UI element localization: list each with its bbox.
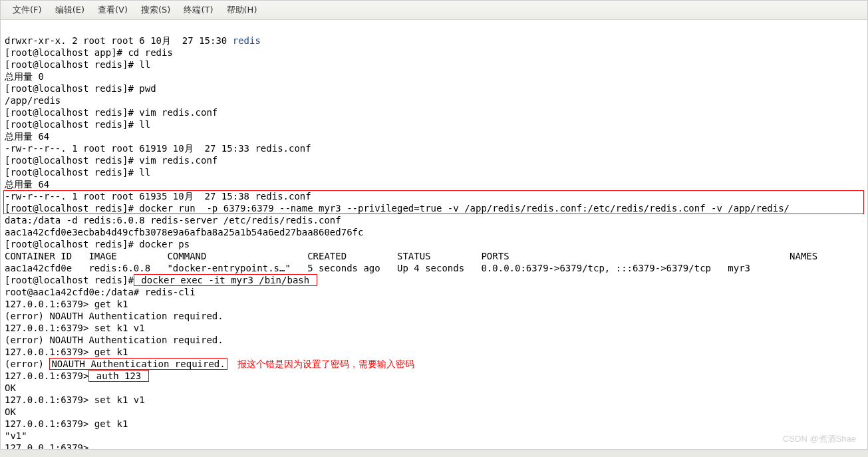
terminal-line: 127.0.0.1:6379> auth 123 <box>5 370 149 382</box>
menu-file[interactable]: 文件(F) <box>6 3 49 17</box>
terminal-line: drwxr-xr-x. 2 root root 6 10月 27 15:30 r… <box>5 35 261 46</box>
terminal-line: [root@localhost redis]# docker exec -it … <box>5 274 317 286</box>
menubar: 文件(F) 编辑(E) 查看(V) 搜索(S) 终端(T) 帮助(H) <box>1 1 867 20</box>
terminal-line: -rw-r--r--. 1 root root 61919 10月 27 15:… <box>5 143 311 154</box>
terminal-line: OK <box>5 406 16 417</box>
terminal-line: aac1a42cfd0e3ecbab4d49cfb3078e9a6afba8a2… <box>5 227 363 237</box>
terminal-line: [root@localhost redis]# pwd <box>5 83 156 94</box>
terminal-line: [root@localhost redis]# ll <box>5 119 150 130</box>
terminal-window: 文件(F) 编辑(E) 查看(V) 搜索(S) 终端(T) 帮助(H) drwx… <box>0 0 868 457</box>
terminal-line: 总用量 0 <box>5 71 44 82</box>
terminal-line: 127.0.0.1:6379> get k1 <box>5 347 128 357</box>
terminal-line: data:/data -d redis:6.0.8 redis-server /… <box>5 215 341 226</box>
terminal-line: "v1" <box>5 430 27 441</box>
menu-search[interactable]: 搜索(S) <box>134 3 177 17</box>
terminal-line: 127.0.0.1:6379> set k1 v1 <box>5 323 145 333</box>
menu-help[interactable]: 帮助(H) <box>220 3 264 17</box>
statusbar <box>0 449 868 457</box>
annotation-text: 报这个错是因为设置了密码，需要输入密码 <box>227 359 415 369</box>
terminal-line: root@aac1a42cfd0e:/data# redis-cli <box>5 287 196 297</box>
terminal-output[interactable]: drwxr-xr-x. 2 root root 6 10月 27 15:30 r… <box>1 20 867 457</box>
terminal-line: [root@localhost redis]# vim redis.conf <box>5 107 217 118</box>
highlight-box: docker exec -it myr3 /bin/bash <box>134 274 317 286</box>
terminal-line: /app/redis <box>5 95 61 106</box>
dir-name: redis <box>233 35 261 46</box>
terminal-line: 总用量 64 <box>5 179 49 190</box>
terminal-line: -rw-r--r--. 1 root root 61935 10月 27 15:… <box>5 191 311 202</box>
menu-edit[interactable]: 编辑(E) <box>49 3 91 17</box>
terminal-line: [root@localhost redis]# docker run -p 63… <box>5 203 790 214</box>
menu-terminal[interactable]: 终端(T) <box>177 3 219 17</box>
terminal-line: 总用量 64 <box>5 131 49 142</box>
terminal-line: (error) NOAUTH Authentication required. <box>5 311 223 321</box>
terminal-line: (error) NOAUTH Authentication required. <box>5 335 223 345</box>
terminal-line: aac1a42cfd0e redis:6.0.8 "docker-entrypo… <box>5 263 750 273</box>
terminal-line: [root@localhost redis]# ll <box>5 59 150 70</box>
terminal-line: [root@localhost app]# cd redis <box>5 47 173 58</box>
terminal-line: OK <box>5 382 16 393</box>
highlight-box: NOAUTH Authentication required. <box>49 358 227 370</box>
terminal-line: 127.0.0.1:6379> get k1 <box>5 299 128 309</box>
terminal-line: 127.0.0.1:6379> get k1 <box>5 418 128 429</box>
terminal-line: [root@localhost redis]# docker ps <box>5 239 190 249</box>
terminal-line: [root@localhost redis]# ll <box>5 167 150 178</box>
highlight-box: auth 123 <box>88 370 148 382</box>
terminal-line: 127.0.0.1:6379> set k1 v1 <box>5 394 145 405</box>
terminal-line: [root@localhost redis]# vim redis.conf <box>5 155 217 166</box>
terminal-line: (error) NOAUTH Authentication required. … <box>5 358 414 370</box>
terminal-line: CONTAINER ID IMAGE COMMAND CREATED STATU… <box>5 251 817 261</box>
menu-view[interactable]: 查看(V) <box>91 3 134 17</box>
